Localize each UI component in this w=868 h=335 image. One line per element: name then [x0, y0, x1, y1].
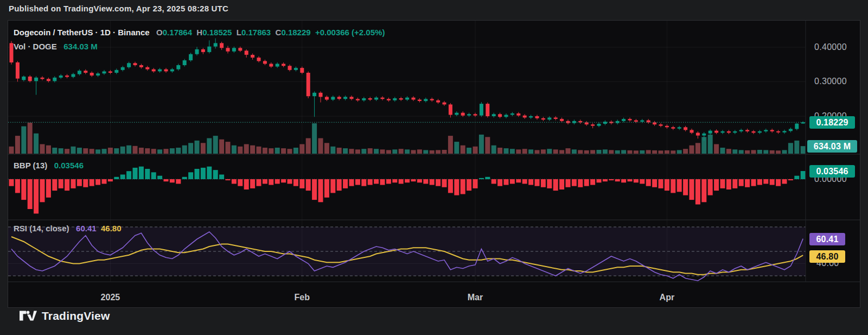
high-label: H: [196, 28, 202, 37]
time-axis-label: 2025: [101, 293, 120, 302]
open-value: 0.17864: [163, 28, 192, 37]
published-chart-page: { "header": { "published_line": "Publish…: [0, 0, 868, 335]
price-tick-040[interactable]: 0.40000: [814, 42, 847, 52]
volume-label: Vol · DOGE: [14, 42, 57, 51]
time-axis-label: Mar: [468, 293, 483, 302]
chart-canvas[interactable]: [8, 21, 860, 307]
footer-brand[interactable]: TradingView: [20, 309, 110, 323]
tradingview-logo-text: TradingView: [42, 309, 110, 323]
low-value: 0.17863: [241, 28, 271, 37]
symbol-title: Dogecoin / TetherUS · 1D · Binance: [14, 28, 150, 37]
bbp-label: BBP (13): [14, 161, 47, 170]
low-label: L: [237, 28, 241, 37]
rsi-ma-badge: 46.80: [809, 250, 845, 263]
last-price-badge: 0.18229: [809, 116, 855, 129]
volume-value: 634.03 M: [63, 42, 98, 51]
volume-legend[interactable]: Vol · DOGE 634.03 M: [14, 42, 98, 51]
rsi-value: 60.41: [76, 224, 97, 233]
rsi-label: RSI (14, close): [14, 224, 69, 233]
tradingview-logo-icon: [20, 310, 37, 322]
rsi-badge: 60.41: [809, 233, 845, 245]
bbp-legend[interactable]: BBP (13) 0.03546: [14, 161, 84, 170]
volume-badge: 634.03 M: [807, 140, 857, 153]
close-label: C: [276, 28, 282, 37]
open-label: O: [156, 28, 163, 37]
rsi-legend[interactable]: RSI (14, close) 60.41 46.80: [14, 224, 122, 233]
bbp-value: 0.03546: [54, 161, 84, 170]
chart-frame: Dogecoin / TetherUS · 1D · Binance O0.17…: [8, 20, 860, 308]
time-axis-label: Apr: [660, 293, 675, 302]
bbp-badge: 0.03546: [809, 165, 855, 178]
price-tick-030[interactable]: 0.30000: [814, 77, 847, 86]
symbol-legend[interactable]: Dogecoin / TetherUS · 1D · Binance O0.17…: [14, 28, 385, 37]
change-value: +0.00366 (+2.05%): [315, 28, 385, 37]
rsi-ma-value: 46.80: [101, 224, 122, 233]
high-value: 0.18525: [202, 28, 232, 37]
time-axis-label: Feb: [295, 293, 310, 302]
published-header: Published on TradingView.com, Apr 23, 20…: [9, 4, 228, 13]
close-value: 0.18229: [281, 28, 310, 37]
